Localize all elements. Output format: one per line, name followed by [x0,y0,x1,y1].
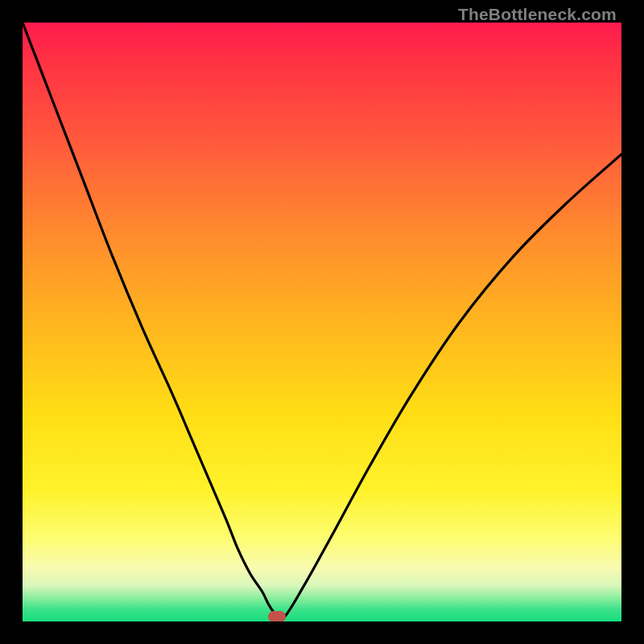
plot-area [23,23,621,621]
chart-frame: TheBottleneck.com [0,0,644,644]
optimal-point-marker [268,611,286,621]
bottleneck-curve [23,23,621,621]
watermark-text: TheBottleneck.com [458,5,617,24]
